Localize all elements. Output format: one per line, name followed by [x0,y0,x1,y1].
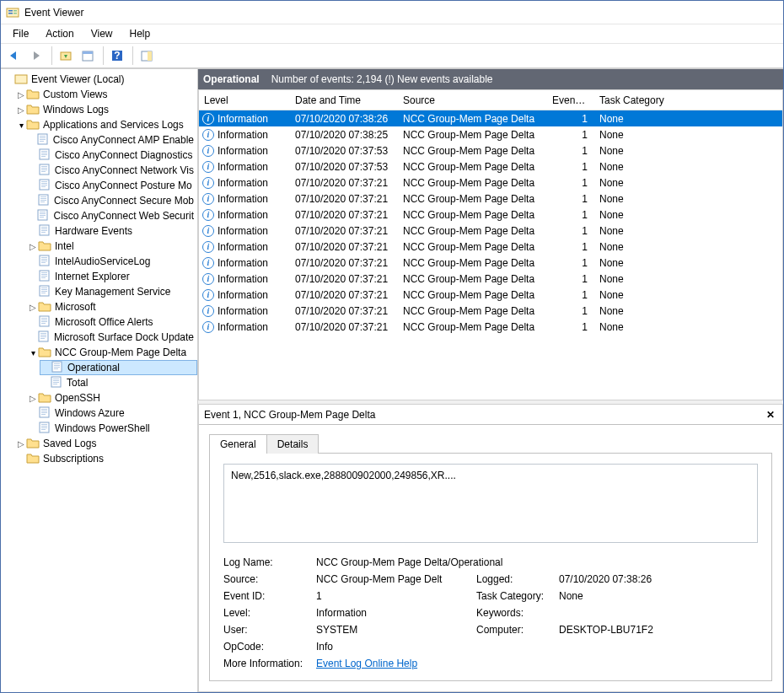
table-row[interactable]: iInformation07/10/2020 07:37:21NCC Group… [199,207,782,223]
tree-item[interactable]: ▷Intel [28,239,197,254]
back-button[interactable] [4,46,24,66]
col-level[interactable]: Level [199,94,290,106]
tree-item[interactable]: ▷Microsoft [28,299,197,314]
table-row[interactable]: iInformation07/10/2020 07:38:26NCC Group… [199,110,782,126]
cell-event-id: 1 [547,305,594,317]
table-row[interactable]: iInformation07/10/2020 07:37:21NCC Group… [199,287,782,303]
grid-body[interactable]: iInformation07/10/2020 07:38:26NCC Group… [199,110,782,385]
chevron-right-icon[interactable]: ▷ [16,89,26,99]
table-row[interactable]: iInformation07/10/2020 07:37:21NCC Group… [199,223,782,239]
label-opcode: OpCode: [223,641,316,653]
menu-help[interactable]: Help [121,26,159,41]
tree-item[interactable]: Windows Azure [28,406,197,421]
svg-rect-57 [41,277,46,278]
svg-rect-86 [41,412,47,413]
table-row[interactable]: iInformation07/10/2020 07:37:21NCC Group… [199,191,782,207]
table-row[interactable]: iInformation07/10/2020 07:37:21NCC Group… [199,303,782,319]
cell-source: NCC Group-Mem Page Delta [398,193,547,205]
tree-item[interactable]: ▾NCC Group-Mem Page Delta [28,345,197,360]
menu-action[interactable]: Action [37,26,82,41]
svg-rect-66 [41,321,47,322]
cell-level: Information [217,321,268,333]
table-row[interactable]: iInformation07/10/2020 07:37:53NCC Group… [199,158,782,175]
log-icon [37,330,51,344]
cell-event-id: 1 [547,273,594,285]
table-row[interactable]: iInformation07/10/2020 07:38:25NCC Group… [199,126,782,142]
svg-rect-72 [40,338,45,339]
properties-button[interactable] [78,46,98,66]
col-task-category[interactable]: Task Category [594,94,721,106]
tree-item[interactable]: Cisco AnyConnect Diagnostics [28,148,197,163]
col-event-id[interactable]: Event ID [547,94,594,106]
svg-text:?: ? [114,50,120,62]
tree-saved-logs[interactable]: ▷Saved Logs [16,436,197,451]
col-source[interactable]: Source [398,94,547,106]
show-hide-tree-button[interactable] [56,46,76,66]
value-level: Information [316,607,476,619]
svg-rect-80 [53,380,59,381]
log-icon [38,179,51,192]
tree-item[interactable]: Windows PowerShell [28,421,197,436]
title-bar[interactable]: Event Viewer [1,1,783,24]
cell-date-time: 07/10/2020 07:37:53 [290,161,398,173]
menu-file[interactable]: File [4,26,37,41]
svg-rect-59 [41,287,47,288]
chevron-icon[interactable]: ▷ [28,302,38,312]
action-pane-button[interactable] [137,46,157,66]
svg-rect-30 [41,183,47,184]
tree-pane[interactable]: Event Viewer (Local) ▷Custom Views ▷Wind… [1,69,198,692]
table-row[interactable]: iInformation07/10/2020 07:37:21NCC Group… [199,175,782,191]
close-icon[interactable]: ✕ [764,408,777,422]
info-icon: i [202,305,214,317]
chevron-icon[interactable]: ▷ [28,393,38,403]
horizontal-scrollbar[interactable] [199,385,782,400]
tree-item[interactable]: Microsoft Office Alerts [28,314,197,330]
col-date-time[interactable]: Date and Time [290,94,398,106]
cell-level: Information [217,225,268,237]
tree-item[interactable]: Total [40,375,197,390]
table-row[interactable]: iInformation07/10/2020 07:37:21NCC Group… [199,271,782,287]
tree-item[interactable]: Cisco AnyConnect Network Vis [28,163,197,178]
menu-view[interactable]: View [83,26,121,41]
table-row[interactable]: iInformation07/10/2020 07:37:21NCC Group… [199,239,782,255]
tree-app-services-logs[interactable]: ▾Applications and Services Logs [16,117,197,132]
tree-item[interactable]: Operational [40,360,197,375]
svg-rect-52 [41,262,46,263]
help-button[interactable]: ? [107,46,127,66]
tree-item[interactable]: Cisco AnyConnect Secure Mob [28,193,197,208]
tree-item[interactable]: IntelAudioServiceLog [28,254,197,269]
cell-task-category: None [594,225,721,237]
chevron-right-icon[interactable]: ▷ [16,438,26,449]
tree-item[interactable]: Internet Explorer [28,269,197,284]
tree-windows-logs[interactable]: ▷Windows Logs [16,102,197,117]
tree-root[interactable]: Event Viewer (Local) [4,72,197,87]
value-logged: 07/10/2020 07:38:26 [559,573,702,585]
tree-item[interactable]: Hardware Events [28,223,197,239]
table-row[interactable]: iInformation07/10/2020 07:37:53NCC Group… [199,142,782,158]
tab-general[interactable]: General [209,434,267,454]
tree-item[interactable]: Cisco AnyConnect Posture Mo [28,178,197,193]
tree-item-label: Internet Explorer [55,271,130,282]
tree-item[interactable]: ▷OpenSSH [28,390,197,406]
tree-item[interactable]: Key Management Service [28,284,197,299]
table-row[interactable]: iInformation07/10/2020 07:37:21NCC Group… [199,255,782,271]
chevron-right-icon[interactable]: ▷ [16,105,26,115]
tree-item[interactable]: Cisco AnyConnect Web Securit [28,208,197,223]
chevron-icon[interactable]: ▾ [28,347,38,357]
log-icon [38,406,51,420]
cell-event-id: 1 [547,113,594,125]
chevron-down-icon[interactable]: ▾ [16,120,26,130]
forward-button[interactable] [26,46,46,66]
table-row[interactable]: iInformation07/10/2020 07:37:21NCC Group… [199,319,782,335]
cell-task-category: None [594,113,721,125]
cell-level: Information [217,129,268,141]
event-message[interactable]: New,2516,slack.exe,288800902000,249856,X… [223,464,758,543]
svg-rect-76 [54,367,60,368]
tree-item[interactable]: Cisco AnyConnect AMP Enable [28,132,197,148]
tree-custom-views[interactable]: ▷Custom Views [16,87,197,102]
tab-details[interactable]: Details [267,434,320,454]
tree-subscriptions[interactable]: Subscriptions [16,451,197,466]
chevron-icon[interactable]: ▷ [28,241,38,251]
event-log-help-link[interactable]: Event Log Online Help [316,658,417,669]
tree-item[interactable]: Microsoft Surface Dock Update [28,330,197,345]
